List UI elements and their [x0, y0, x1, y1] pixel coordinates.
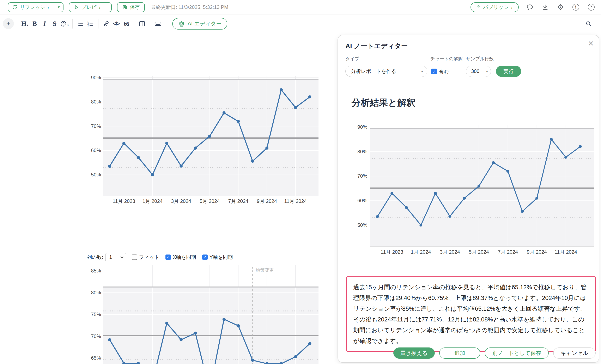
comments-button[interactable] — [526, 3, 534, 11]
include-chart-checkbox[interactable]: ✓ — [431, 69, 437, 74]
plus-icon: + — [6, 20, 10, 28]
keyboard-icon — [154, 20, 162, 28]
code-icon: </> — [113, 20, 120, 27]
sync-x-checkbox[interactable]: ✓ — [165, 255, 171, 260]
svg-text:80%: 80% — [91, 290, 101, 295]
help-icon: ? — [588, 4, 595, 10]
sample-rows-value: 300 — [471, 68, 479, 74]
quote-button[interactable]: 66 — [121, 18, 131, 30]
replace-button[interactable]: 置き換える — [393, 347, 435, 359]
results-heading: 分析結果と解釈 — [351, 97, 415, 109]
svg-text:1月 2024: 1月 2024 — [142, 198, 162, 204]
code-button[interactable]: </> — [111, 18, 121, 30]
fit-label: フィット — [139, 254, 159, 260]
add-block-button[interactable]: + — [3, 18, 14, 29]
settings-button[interactable]: ⚙ — [556, 3, 565, 11]
svg-text:80%: 80% — [91, 99, 101, 105]
publish-button[interactable]: パブリッシュ — [471, 2, 519, 12]
save-label: 保存 — [130, 4, 140, 10]
bullet-list-button[interactable] — [75, 18, 85, 30]
info-button[interactable]: i — [572, 3, 580, 11]
columns-select[interactable]: 1 — [105, 253, 126, 261]
comment-icon — [526, 3, 534, 11]
refresh-button[interactable]: リフレッシュ ▾ — [8, 2, 63, 12]
bullet-list-icon — [77, 20, 84, 27]
save-icon — [122, 5, 127, 10]
play-icon — [74, 5, 79, 10]
chevron-down-icon: ▾ — [58, 5, 60, 10]
retention-control-chart: 90%80%70%60%50%11月 20231月 20243月 20245月 … — [89, 74, 320, 205]
sample-rows-select[interactable]: 300 ▾ — [466, 66, 491, 77]
keyboard-shortcuts-button[interactable] — [153, 18, 163, 30]
panel-divider — [338, 90, 599, 90]
svg-text:3: 3 — [88, 24, 89, 27]
columns-layout-button[interactable] — [137, 18, 147, 30]
app-toolbar-right: パブリッシュ ⚙ i ? — [471, 2, 595, 12]
svg-text:5月 2024: 5月 2024 — [469, 249, 489, 255]
help-button[interactable]: ? — [587, 3, 595, 11]
columns-icon — [139, 20, 146, 27]
ai-note-editor-panel: AI ノートエディター × タイプ チャートの解釈 サンプル行数 分析レポートを… — [338, 35, 599, 363]
svg-text:施策変更: 施策変更 — [255, 268, 274, 273]
svg-text:90%: 90% — [91, 75, 101, 80]
chevron-down-icon: ▾ — [486, 69, 488, 74]
strikethrough-icon: S — [53, 20, 56, 28]
palette-icon — [60, 20, 67, 27]
svg-text:75%: 75% — [91, 312, 101, 317]
refresh-button-main[interactable]: リフレッシュ — [8, 3, 54, 12]
fit-checkbox[interactable]: ✓ — [132, 255, 137, 260]
report-type-value: 分析レポートを作る — [351, 68, 396, 75]
type-label: タイプ — [345, 56, 360, 62]
last-updated-text: 最終更新日: 11/3/2025, 5:32:13 PM — [151, 4, 228, 10]
svg-text:7月 2024: 7月 2024 — [228, 198, 248, 204]
preview-button[interactable]: プレビュー — [69, 2, 111, 12]
search-button[interactable] — [584, 20, 593, 28]
download-icon — [542, 4, 549, 11]
upload-icon — [475, 5, 481, 10]
svg-text:1月 2024: 1月 2024 — [411, 249, 431, 255]
sync-y-checkbox[interactable]: ✓ — [202, 255, 208, 260]
ai-editor-button[interactable]: AI エディター — [172, 18, 227, 29]
svg-text:70%: 70% — [357, 173, 367, 179]
publish-label: パブリッシュ — [483, 4, 514, 10]
svg-text:5月 2024: 5月 2024 — [200, 198, 220, 204]
app-toolbar: リフレッシュ ▾ プレビュー 保存 最終更新日: 11/3/2025, 5:32… — [0, 0, 601, 14]
link-icon — [103, 20, 110, 27]
download-button[interactable] — [541, 3, 549, 11]
cancel-button[interactable]: キャンセル — [553, 347, 596, 359]
svg-text:7月 2024: 7月 2024 — [498, 249, 518, 255]
save-button[interactable]: 保存 — [117, 2, 145, 12]
svg-text:11月 2024: 11月 2024 — [284, 198, 307, 204]
panel-close-button[interactable]: × — [588, 39, 593, 48]
chevron-down-icon: ▾ — [27, 23, 29, 27]
italic-button[interactable]: I — [40, 18, 50, 30]
chevron-down-icon: ▾ — [421, 69, 423, 74]
quote-icon: 66 — [124, 20, 129, 27]
svg-text:9月 2024: 9月 2024 — [527, 249, 547, 255]
preview-label: プレビュー — [81, 4, 107, 10]
numbered-list-button[interactable]: 1 2 3 — [85, 18, 95, 30]
report-type-select[interactable]: 分析レポートを作る ▾ — [345, 66, 427, 77]
refresh-icon — [12, 5, 17, 10]
link-button[interactable] — [101, 18, 111, 30]
second-control-chart: 施策変更85%80%75%70%65% — [89, 265, 320, 364]
sample-rows-label: サンプル行数 — [466, 56, 494, 62]
italic-icon: I — [43, 20, 46, 28]
bold-button[interactable]: B — [30, 18, 40, 30]
toolbar-divider — [98, 19, 99, 29]
strikethrough-button[interactable]: S — [50, 18, 60, 30]
refresh-dropdown-toggle[interactable]: ▾ — [54, 3, 63, 12]
add-button[interactable]: 追加 — [439, 347, 480, 359]
run-button[interactable]: 実行 — [496, 66, 521, 77]
text-color-button[interactable]: ▾ — [60, 18, 70, 30]
svg-text:50%: 50% — [357, 222, 367, 228]
gear-icon: ⚙ — [557, 3, 564, 11]
save-as-note-button[interactable]: 別ノートとして保存 — [485, 347, 549, 359]
svg-text:60%: 60% — [357, 198, 367, 203]
chart-interpretation-label: チャートの解釈 — [430, 56, 463, 62]
include-label: 含む — [439, 69, 449, 75]
heading-menu-button[interactable]: H ▾ — [20, 18, 30, 30]
svg-text:3月 2024: 3月 2024 — [440, 249, 460, 255]
svg-text:9月 2024: 9月 2024 — [257, 198, 277, 204]
svg-text:70%: 70% — [91, 334, 101, 339]
